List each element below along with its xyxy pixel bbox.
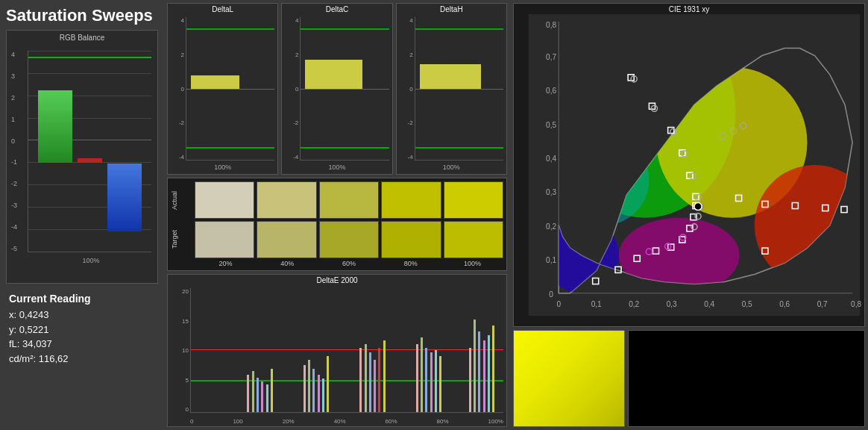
x-value: x: 0,4243: [9, 308, 155, 322]
svg-text:0,4: 0,4: [546, 155, 556, 163]
x-label-100pct: 100%: [488, 418, 503, 425]
swatch-target-20: [195, 221, 254, 258]
delta-l-title: DeltaL: [168, 5, 277, 13]
rgb-balance-chart: RGB Balance 4 3 2 1 0 -1 -2 -3 -4 -5: [6, 30, 158, 284]
de-bar-100-1: [469, 348, 471, 412]
y-tick-neg4: -4: [11, 223, 26, 231]
thumbnail-image: [514, 331, 624, 426]
svg-text:0,6: 0,6: [779, 300, 790, 308]
y-tick-3: 3: [11, 72, 26, 80]
swatches-panel: Actual Target: [167, 178, 507, 271]
swatch-target-60: [319, 221, 379, 258]
de-bar-100-2: [474, 320, 476, 413]
swatch-actual-100: [444, 181, 503, 219]
delta-h-bar: [420, 64, 482, 88]
de-bar-40-5: [322, 378, 324, 412]
delta-c-chart: DeltaC 4 2 0 -2 -4 100%: [281, 3, 392, 175]
swatch-actual-60: [319, 181, 379, 219]
rgb-x-label: 100%: [28, 257, 154, 264]
svg-text:0: 0: [556, 300, 561, 308]
actual-label: Actual: [171, 191, 192, 210]
deltae-x-labels: 0 100 20% 40% 60% 80% 100%: [190, 418, 503, 425]
delta-h-chart: DeltaH 4 2 0 -2 -4 100%: [396, 3, 507, 175]
swatch-row-labels: Actual Target: [171, 181, 195, 258]
pct-80: 80%: [380, 260, 441, 267]
delta-l-bar: [191, 75, 239, 88]
cie-svg: 0 0,1 0,2 0,3 0,4 0,5 0,6 0,7 0,8 0 0,1 …: [527, 14, 861, 316]
de-bar-20-4: [261, 381, 263, 413]
delta-charts-row: DeltaL 4 2 0 -2 -4 100%: [167, 3, 507, 175]
swatch-target-100: [444, 221, 503, 258]
svg-text:0,1: 0,1: [546, 256, 556, 264]
de-bar-100-6: [492, 325, 494, 412]
svg-text:0,2: 0,2: [629, 300, 639, 308]
delta-h-x-label: 100%: [397, 163, 506, 171]
de-bar-80-2: [421, 337, 423, 412]
svg-text:0: 0: [549, 290, 553, 299]
delta-h-title: DeltaH: [397, 5, 506, 13]
svg-text:0,3: 0,3: [546, 188, 556, 196]
delta-c-y-axis: 4 2 0 -2 -4: [283, 17, 298, 161]
pct-labels: 20% 40% 60% 80% 100%: [171, 260, 503, 267]
pct-60: 60%: [318, 260, 380, 267]
svg-text:0,5: 0,5: [546, 121, 556, 129]
deltae-inner: [190, 288, 503, 413]
swatches-grid: Actual Target: [171, 181, 503, 258]
de-bar-80-5: [435, 350, 437, 412]
delta-l-x-label: 100%: [168, 163, 277, 171]
target-label: Target: [171, 230, 192, 249]
svg-text:0,8: 0,8: [851, 300, 861, 308]
fl-value: fL: 34,037: [9, 337, 155, 352]
cie-chart: CIE 1931 xy 0 0,1: [513, 3, 865, 327]
deltae-title: DeltaE 2000: [168, 276, 506, 284]
de-bar-60-5: [378, 348, 380, 412]
y-tick-neg5: -5: [11, 245, 26, 252]
delta-c-title: DeltaC: [282, 5, 391, 13]
green-bar: [38, 90, 72, 163]
de-bar-80-1: [416, 344, 418, 412]
de-bar-80-4: [430, 352, 433, 412]
de-bar-40-3: [312, 369, 315, 412]
de-bar-80-6: [439, 356, 441, 412]
black-preview-box: [628, 330, 865, 427]
swatch-actual-40: [257, 181, 316, 219]
de-bar-40-4: [318, 375, 320, 412]
x-label-40pct: 40%: [334, 418, 346, 425]
delta-l-y-axis: 4 2 0 -2 -4: [169, 17, 184, 161]
delta-l-inner: [186, 17, 274, 161]
de-bar-40-6: [327, 356, 329, 412]
de-bar-60-2: [365, 344, 367, 412]
de-bar-20-6: [271, 369, 273, 412]
de-bar-40-1: [304, 365, 306, 412]
swatch-actual-80: [381, 181, 441, 219]
y-tick-2: 2: [11, 94, 26, 102]
de-bar-100-4: [483, 340, 485, 412]
deltae-green-line: [191, 380, 503, 381]
svg-text:0,7: 0,7: [817, 300, 828, 308]
svg-text:0,1: 0,1: [591, 300, 602, 308]
svg-text:0,3: 0,3: [667, 300, 677, 308]
svg-text:0,6: 0,6: [546, 87, 556, 95]
y-tick-neg3: -3: [11, 202, 26, 209]
svg-text:0,4: 0,4: [704, 300, 714, 308]
current-reading-title: Current Reading: [9, 293, 155, 305]
de-bar-20-1: [247, 375, 249, 412]
y-value: y: 0,5221: [9, 322, 155, 337]
blue-bar: [107, 163, 142, 231]
de-bar-60-1: [359, 348, 362, 412]
x-label-0: 0: [190, 418, 193, 425]
swatches-cells: [195, 181, 503, 258]
x-label-80pct: 80%: [437, 418, 449, 425]
delta-c-bar: [305, 60, 362, 88]
delta-c-inner: [300, 17, 389, 161]
cie-title: CIE 1931 xy: [514, 5, 864, 13]
de-bar-20-3: [257, 378, 259, 412]
pct-20: 20%: [195, 260, 257, 267]
rgb-chart-area: 4 3 2 1 0 -1 -2 -3 -4 -5: [10, 43, 154, 267]
deltae-chart: DeltaE 2000 20 15 10 5 0: [167, 274, 507, 427]
svg-text:0,7: 0,7: [546, 53, 556, 61]
de-bar-20-5: [266, 384, 268, 412]
swatch-target-40: [257, 221, 316, 258]
svg-text:0,8: 0,8: [546, 21, 556, 29]
y-tick-4: 4: [11, 51, 26, 58]
